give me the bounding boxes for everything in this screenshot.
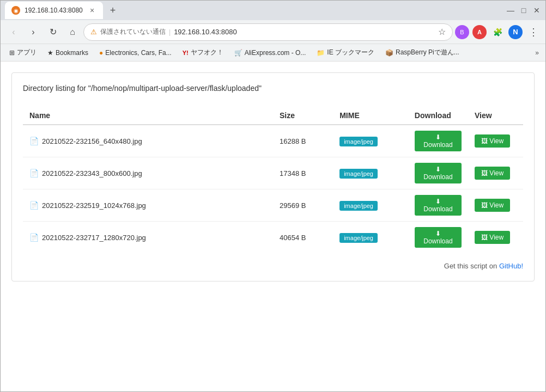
file-download-cell-1: ⬇ Download [408,157,468,189]
minimize-button[interactable]: — [506,6,515,15]
bookmark-aliexpress[interactable]: 🛒 AliExpress.com - O... [230,47,311,59]
filename-text: 20210522-232519_1024x768.jpg [42,201,146,210]
file-mime-cell-0: image/jpeg [333,125,408,157]
apps-icon: ⊞ [9,49,15,57]
header-view: View [468,107,523,125]
download-button[interactable]: ⬇ Download [415,195,462,216]
download-button[interactable]: ⬇ Download [415,227,462,248]
bookmark-electronics-label: Electronics, Cars, Fa... [105,49,171,57]
forward-button[interactable]: › [25,23,42,41]
toolbar: ‹ › ↻ ⌂ ⚠ 保護されていない通信 | 192.168.10.43:808… [1,20,545,44]
bookmark-aliexpress-label: AliExpress.com - O... [245,49,306,57]
bookmark-yahoo[interactable]: Y! ヤフオク！ [178,46,228,59]
header-size: Size [273,107,333,125]
file-name-cell-1: 📄20210522-232343_800x600.jpg [23,157,273,189]
file-icon: 📄 [29,201,39,210]
puzzle-button[interactable]: 🧩 [490,24,505,40]
file-icon: 📄 [29,233,39,242]
bookmark-apps-label: アプリ [17,48,37,57]
mime-badge: image/jpeg [339,201,378,211]
refresh-button[interactable]: ↻ [44,23,62,41]
maximize-button[interactable]: □ [519,6,528,15]
file-icon: 📄 [29,169,39,177]
ie-icon: 📁 [317,49,325,57]
file-mime-cell-1: image/jpeg [333,157,408,189]
window-controls: — □ ✕ [506,6,541,15]
file-download-cell-0: ⬇ Download [408,125,468,157]
file-icon: 📄 [29,137,39,145]
bookmark-bookmarks[interactable]: ★ Bookmarks [43,47,93,59]
directory-title: Directory listing for "/home/nop/multipa… [23,84,523,98]
file-view-cell-1: 🖼 View [468,157,523,189]
security-warning-icon: ⚠ [90,28,97,36]
file-table: Name Size MIME Download View 📄20210522-2… [23,107,523,253]
page-footer: Get this script on GitHub! [23,262,523,270]
filename-text: 20210522-232156_640x480.jpg [42,137,142,145]
bookmark-raspberry-label: RaspBerry Piで遊ん... [396,48,459,57]
view-button[interactable]: 🖼 View [475,199,510,212]
file-size-cell-1: 17348 B [273,157,333,189]
page-inner: Directory listing for "/home/nop/multipa… [11,72,535,281]
profile-avatar[interactable]: N [508,25,523,39]
tab-close-button[interactable]: × [88,6,96,15]
file-size-cell-0: 16288 B [273,125,333,157]
menu-button[interactable]: ⋮ [526,24,541,40]
file-mime-cell-2: image/jpeg [333,189,408,222]
security-text: 保護されていない通信 [100,27,166,36]
extensions-button[interactable]: B [455,25,469,39]
header-row: Name Size MIME Download View [23,107,523,125]
file-size-cell-2: 29569 B [273,189,333,222]
file-view-cell-0: 🖼 View [468,125,523,157]
active-tab[interactable]: ◉ 192.168.10.43:8080 × [5,2,103,19]
browser-window: ◉ 192.168.10.43:8080 × + — □ ✕ ‹ › ↻ ⌂ ⚠… [0,0,546,392]
bookmark-star-icon[interactable]: ☆ [438,27,446,37]
footer-text: Get this script on [444,262,499,270]
table-body: 📄20210522-232156_640x480.jpg16288 Bimage… [23,125,523,253]
bookmarks-bar: ⊞ アプリ ★ Bookmarks ● Electronics, Cars, F… [1,44,545,62]
mime-badge: image/jpeg [339,137,378,146]
header-name: Name [23,107,273,125]
table-row: 📄20210522-232717_1280x720.jpg40654 Bimag… [23,222,523,254]
home-button[interactable]: ⌂ [64,23,81,41]
bookmark-apps[interactable]: ⊞ アプリ [5,46,41,59]
bookmark-ie-label: IE ブックマーク [327,48,374,57]
pdf-button[interactable]: A [472,25,487,39]
file-name-cell-2: 📄20210522-232519_1024x768.jpg [23,189,273,222]
tab-favicon: ◉ [11,6,20,15]
file-download-cell-2: ⬇ Download [408,189,468,222]
directory-container: Directory listing for "/home/nop/multipa… [11,72,535,281]
raspberry-icon: 📦 [385,49,393,57]
header-download: Download [408,107,468,125]
page-content: Directory listing for "/home/nop/multipa… [1,62,545,391]
view-button[interactable]: 🖼 View [475,134,510,148]
github-link[interactable]: GitHub! [499,262,523,270]
new-tab-button[interactable]: + [105,3,120,18]
table-row: 📄20210522-232156_640x480.jpg16288 Bimage… [23,125,523,157]
address-bar[interactable]: ⚠ 保護されていない通信 | 192.168.10.43:8080 ☆ [83,23,453,41]
file-view-cell-2: 🖼 View [468,189,523,222]
file-download-cell-3: ⬇ Download [408,222,468,254]
bookmark-bookmarks-label: Bookmarks [56,49,88,57]
back-button[interactable]: ‹ [5,23,22,41]
title-bar: ◉ 192.168.10.43:8080 × + — □ ✕ [1,1,545,20]
close-window-button[interactable]: ✕ [532,6,541,15]
download-button[interactable]: ⬇ Download [415,131,462,151]
bookmark-raspberry[interactable]: 📦 RaspBerry Piで遊ん... [381,46,464,59]
file-view-cell-3: 🖼 View [468,222,523,254]
bookmark-ie[interactable]: 📁 IE ブックマーク [312,46,379,59]
mime-badge: image/jpeg [339,169,378,179]
bookmark-electronics[interactable]: ● Electronics, Cars, Fa... [95,47,176,59]
view-button[interactable]: 🖼 View [475,231,510,244]
file-mime-cell-3: image/jpeg [333,222,408,254]
filename-text: 20210522-232717_1280x720.jpg [42,234,146,242]
bookmark-yahoo-label: ヤフオク！ [191,48,223,57]
bookmarks-icon: ★ [47,49,53,57]
filename-text: 20210522-232343_800x600.jpg [42,169,142,177]
mime-badge: image/jpeg [339,233,378,243]
bookmarks-more-button[interactable]: » [533,47,541,59]
electronics-icon: ● [99,49,103,57]
file-name-cell-0: 📄20210522-232156_640x480.jpg [23,125,273,157]
table-row: 📄20210522-232519_1024x768.jpg29569 Bimag… [23,189,523,222]
download-button[interactable]: ⬇ Download [415,163,462,183]
view-button[interactable]: 🖼 View [475,167,510,180]
